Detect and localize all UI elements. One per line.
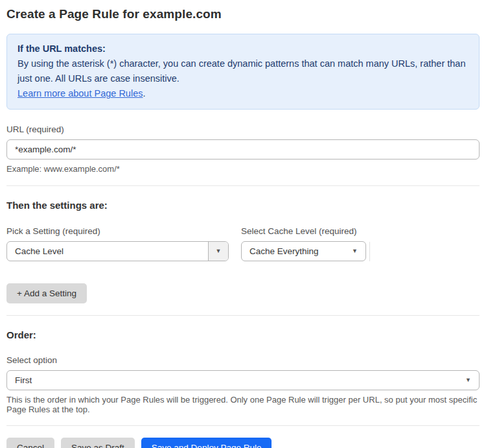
create-page-rule-form: Create a Page Rule for example.com If th… [0,0,486,448]
setting-select[interactable]: Cache Level ▼ [6,241,229,261]
info-box-link-line: Learn more about Page Rules. [17,86,469,101]
setting-row-divider [369,242,370,261]
pick-setting-label: Pick a Setting (required) [6,226,241,236]
setting-select-value: Cache Level [7,242,208,261]
info-box-heading: If the URL matches: [17,41,469,56]
settings-dropdown-row: Cache Level ▼ Cache Everything ▼ [6,241,480,261]
save-deploy-button[interactable]: Save and Deploy Page Rule [141,438,272,448]
url-match-info-box: If the URL matches: By using the asteris… [6,34,480,110]
setting-select-arrow-button[interactable]: ▼ [208,242,228,261]
order-helper-text: This is the order in which your Page Rul… [6,395,480,414]
order-select[interactable]: First ▼ [6,370,480,390]
cancel-button[interactable]: Cancel [6,438,54,448]
url-field-label: URL (required) [6,124,480,134]
order-section-heading: Order: [6,329,480,340]
order-select-label: Select option [6,355,480,365]
dropdown-arrow-icon: ▼ [465,377,471,383]
footer-button-row: Cancel Save as Draft Save and Deploy Pag… [6,438,480,448]
info-box-body: By using the asterisk (*) character, you… [17,56,469,86]
cache-level-label: Select Cache Level (required) [241,226,357,236]
order-select-value: First [15,375,32,385]
learn-more-link[interactable]: Learn more about Page Rules [17,88,143,99]
save-draft-button[interactable]: Save as Draft [61,438,135,448]
link-suffix: . [143,88,145,99]
dropdown-arrow-icon: ▼ [352,248,358,254]
section-divider [6,185,480,186]
add-setting-button[interactable]: + Add a Setting [6,283,87,303]
cache-level-select-value: Cache Everything [249,246,319,256]
cache-level-select[interactable]: Cache Everything ▼ [241,241,366,261]
footer-divider [6,425,480,426]
page-title: Create a Page Rule for example.com [6,0,480,21]
url-example-helper: Example: www.example.com/* [6,164,480,174]
dropdown-arrow-icon: ▼ [216,248,222,254]
settings-labels-row: Pick a Setting (required) Select Cache L… [6,226,480,236]
settings-section-heading: Then the settings are: [6,200,480,211]
url-input[interactable] [6,139,480,159]
section-divider [6,315,480,316]
